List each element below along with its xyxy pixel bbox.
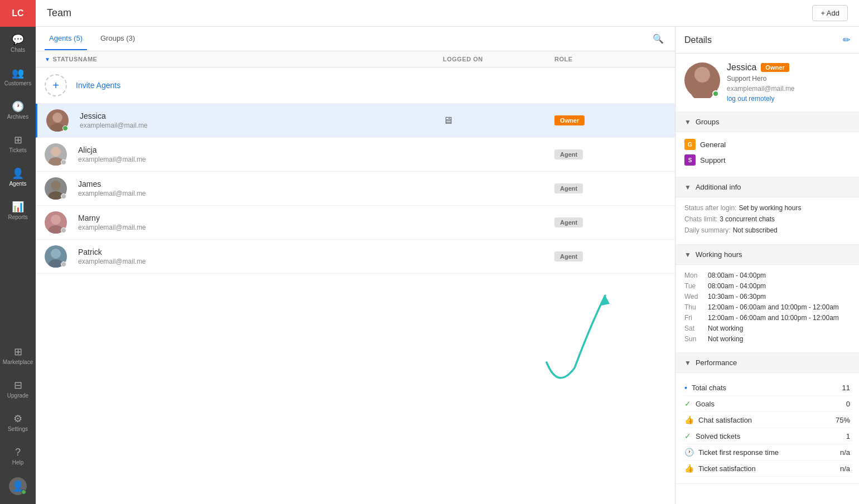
- perf-label-ticket-satisfaction: Ticket satisfaction: [698, 464, 836, 473]
- agent-row-alicja[interactable]: Alicja examplemail@mail.me Agent: [36, 138, 675, 172]
- sidebar-item-customers[interactable]: 👥 Customers: [0, 60, 36, 94]
- agent-row-marny[interactable]: Marny examplemail@mail.me Agent: [36, 206, 675, 240]
- agent-avatar-wrap-james: [45, 177, 67, 200]
- sidebar-item-chats[interactable]: 💬 Chats: [0, 27, 36, 60]
- agent-name-patrick: Patrick: [78, 248, 443, 256]
- logged-on-jessica: 🖥: [443, 115, 554, 127]
- solved-tickets-icon: ✓: [684, 432, 691, 440]
- sidebar-item-customers-label: Customers: [4, 80, 31, 86]
- goals-icon: ✓: [684, 399, 691, 408]
- agent-info-marny: Marny examplemail@mail.me: [78, 214, 443, 231]
- day-label-wed: Wed: [684, 293, 701, 301]
- archives-icon: 🕐: [12, 101, 24, 112]
- main-content: Team + Add Agents (5) Groups (3) 🔍 ▼ STA…: [36, 0, 859, 504]
- sidebar-item-marketplace[interactable]: ⊞ Marketplace: [0, 339, 36, 372]
- performance-section-header[interactable]: ▼ Performance: [675, 353, 859, 373]
- groups-section-header[interactable]: ▼ Groups: [675, 112, 859, 132]
- details-title: Details: [684, 35, 712, 45]
- detail-logout-link[interactable]: log out remotely: [727, 95, 850, 103]
- perf-value-ticket-first-response: n/a: [840, 448, 850, 457]
- hours-row-thu: Thu 12:00am - 06:00am and 10:00pm - 12:0…: [684, 303, 850, 311]
- day-label-mon: Mon: [684, 272, 701, 279]
- perf-label-chat-satisfaction: Chat satisfaction: [698, 416, 831, 424]
- sidebar-item-tickets[interactable]: ⊞ Tickets: [0, 127, 36, 161]
- info-value-status: Set by working hours: [739, 204, 801, 212]
- add-button[interactable]: + Add: [812, 5, 848, 21]
- page-title: Team: [47, 7, 71, 19]
- hours-row-sat: Sat Not working: [684, 324, 850, 332]
- sort-arrow-icon: ▼: [45, 56, 50, 62]
- hours-row-mon: Mon 08:00am - 04:00pm: [684, 272, 850, 279]
- general-badge: G: [684, 139, 696, 150]
- current-user-avatar-wrap[interactable]: 👤: [9, 477, 27, 495]
- invite-agents-label[interactable]: Invite Agents: [76, 81, 120, 90]
- sidebar-item-upgrade[interactable]: ⊟ Upgrade: [0, 372, 36, 406]
- current-user-status-dot: [21, 490, 26, 495]
- details-panel: Details ✏ Jessica Owner Support Hero: [675, 27, 859, 504]
- day-label-tue: Tue: [684, 282, 701, 290]
- agent-row-james[interactable]: James examplemail@mail.me Agent: [36, 172, 675, 206]
- day-label-sat: Sat: [684, 324, 701, 332]
- sidebar-item-help[interactable]: ? Help: [0, 439, 36, 473]
- tab-groups[interactable]: Groups (3): [96, 27, 139, 50]
- sidebar-item-marketplace-label: Marketplace: [3, 359, 33, 365]
- tabs-bar: Agents (5) Groups (3) 🔍: [36, 27, 675, 51]
- ticket-satisfaction-icon: 👍: [684, 464, 694, 473]
- monitor-icon-jessica: 🖥: [443, 115, 453, 127]
- agent-info-james: James examplemail@mail.me: [78, 180, 443, 197]
- sidebar-item-settings[interactable]: ⚙ Settings: [0, 406, 36, 439]
- detail-name-row: Jessica Owner: [727, 62, 850, 72]
- agent-info-patrick: Patrick examplemail@mail.me: [78, 248, 443, 265]
- agent-info-alicja: Alicja examplemail@mail.me: [78, 146, 443, 163]
- agent-row-jessica[interactable]: Jessica examplemail@mail.me 🖥 Owner: [36, 104, 675, 138]
- info-label-daily-summary: Daily summary:: [684, 226, 731, 234]
- additional-info-section-title: Additional info: [696, 183, 741, 191]
- customers-icon: 👥: [12, 68, 24, 78]
- tab-agents[interactable]: Agents (5): [45, 27, 87, 50]
- tickets-icon: ⊞: [14, 135, 22, 145]
- sidebar-item-agents[interactable]: 👤 Agents: [0, 161, 36, 194]
- agent-info-jessica: Jessica examplemail@mail.me: [80, 112, 443, 129]
- perf-row-solved-tickets: ✓ Solved tickets 1: [684, 428, 850, 444]
- page-header: Team + Add: [36, 0, 859, 27]
- day-label-fri: Fri: [684, 314, 701, 322]
- sidebar-item-chats-label: Chats: [11, 47, 25, 53]
- detail-agent-name: Jessica: [727, 62, 756, 72]
- agent-status-dot-patrick: [61, 261, 66, 267]
- additional-info-section-header[interactable]: ▼ Additional info: [675, 177, 859, 197]
- invite-agents-row[interactable]: + Invite Agents: [36, 67, 675, 104]
- performance-section-content: ▪ Total chats 11 ✓ Goals 0 👍 Chat satisf…: [675, 373, 859, 484]
- perf-value-chat-satisfaction: 75%: [836, 416, 850, 424]
- svg-point-2: [51, 147, 61, 157]
- groups-section-content: G General S Support: [675, 132, 859, 177]
- upgrade-icon: ⊟: [14, 380, 22, 390]
- perf-row-ticket-satisfaction: 👍 Ticket satisfaction n/a: [684, 461, 850, 477]
- support-badge: S: [684, 154, 696, 166]
- role-cell-alicja: Agent: [554, 149, 666, 159]
- search-button[interactable]: 🔍: [650, 31, 666, 46]
- app-logo[interactable]: LC: [0, 0, 36, 27]
- role-badge-marny: Agent: [554, 217, 583, 227]
- agent-row-patrick[interactable]: Patrick examplemail@mail.me Agent: [36, 240, 675, 274]
- perf-row-ticket-first-response: 🕐 Ticket first response time n/a: [684, 444, 850, 461]
- day-label-sun: Sun: [684, 335, 701, 343]
- marketplace-icon: ⊞: [14, 347, 22, 357]
- agent-email-alicja: examplemail@mail.me: [78, 156, 443, 163]
- invite-circle-button[interactable]: +: [45, 74, 67, 96]
- svg-point-6: [51, 215, 61, 225]
- sidebar: LC 💬 Chats 👥 Customers 🕐 Archives ⊞ Tick…: [0, 0, 36, 504]
- sidebar-item-archives[interactable]: 🕐 Archives: [0, 94, 36, 127]
- agent-avatar-wrap-jessica: [46, 109, 69, 132]
- agent-email-marny: examplemail@mail.me: [78, 224, 443, 231]
- sidebar-item-reports-label: Reports: [8, 214, 27, 220]
- perf-row-total-chats: ▪ Total chats 11: [684, 380, 850, 396]
- agent-name-marny: Marny: [78, 214, 443, 222]
- agents-list-panel: Agents (5) Groups (3) 🔍 ▼ STATUS NAME LO…: [36, 27, 675, 504]
- sidebar-item-reports[interactable]: 📊 Reports: [0, 194, 36, 227]
- edit-icon[interactable]: ✏: [843, 35, 850, 45]
- sidebar-item-tickets-label: Tickets: [9, 147, 26, 153]
- perf-row-goals: ✓ Goals 0: [684, 396, 850, 412]
- working-hours-section-header[interactable]: ▼ Working hours: [675, 245, 859, 265]
- sidebar-item-upgrade-label: Upgrade: [7, 392, 28, 399]
- agent-email-jessica: examplemail@mail.me: [80, 122, 443, 129]
